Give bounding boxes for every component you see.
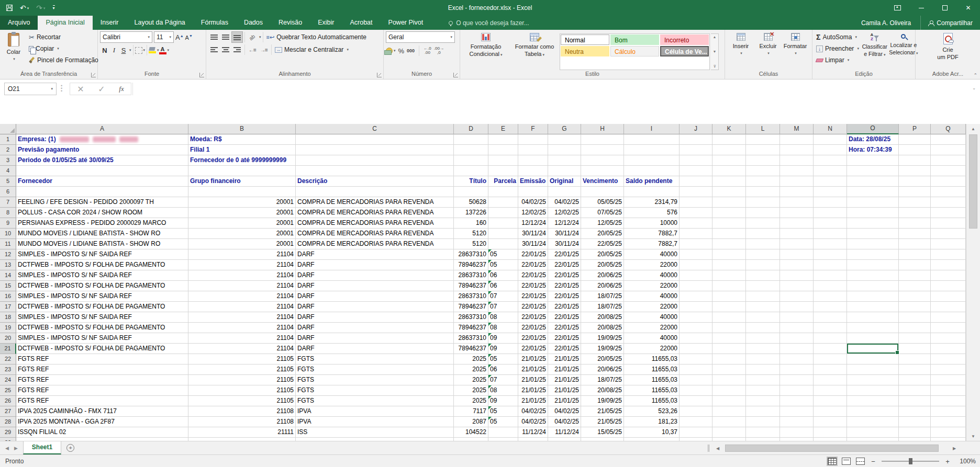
row-header-20[interactable]: 20: [0, 333, 16, 344]
cell-H27[interactable]: 21/05/25: [581, 406, 624, 417]
conditional-formatting-button[interactable]: Formatação Condicional▾: [462, 31, 509, 70]
cell-L24[interactable]: [746, 375, 780, 385]
cell-I14[interactable]: 40000: [624, 270, 680, 281]
cell-K14[interactable]: [712, 270, 746, 281]
cell-O25[interactable]: [847, 385, 899, 396]
cell-O24[interactable]: [847, 375, 899, 385]
cell-J15[interactable]: [680, 281, 712, 291]
cell-B15[interactable]: 21104: [188, 281, 296, 291]
horizontal-scroll-thumb[interactable]: [725, 445, 939, 452]
cell-N5[interactable]: [814, 176, 847, 187]
cell-I13[interactable]: 22000: [624, 260, 680, 270]
cell-F19[interactable]: 22/01/25: [518, 323, 548, 333]
cell-C13[interactable]: DARF: [296, 260, 454, 270]
cell-B21[interactable]: 21104: [188, 344, 296, 354]
cell-B25[interactable]: 21105: [188, 385, 296, 396]
cell-L20[interactable]: [746, 333, 780, 344]
cell-K10[interactable]: [712, 229, 746, 239]
cell-B5[interactable]: Grupo financeiro: [188, 176, 296, 187]
cell-Q9[interactable]: [931, 218, 966, 229]
cell-F29[interactable]: 11/12/24: [518, 427, 548, 438]
cell-B1[interactable]: Moeda: R$: [188, 134, 296, 145]
cell-L1[interactable]: [746, 134, 780, 145]
cell-J5[interactable]: [680, 176, 712, 187]
cell-H19[interactable]: 20/08/25: [581, 323, 624, 333]
cell-H4[interactable]: [581, 166, 624, 176]
cell-M7[interactable]: [780, 197, 814, 208]
row-header-14[interactable]: 14: [0, 270, 16, 281]
cell-E10[interactable]: [488, 229, 518, 239]
cell-I4[interactable]: [624, 166, 680, 176]
cell-B22[interactable]: 21105: [188, 354, 296, 365]
cell-P28[interactable]: [899, 417, 931, 427]
cell-M10[interactable]: [780, 229, 814, 239]
close-button[interactable]: ✕: [956, 0, 980, 16]
zoom-out-button[interactable]: −: [870, 458, 876, 465]
tell-me-search[interactable]: O que você deseja fazer...: [449, 16, 529, 30]
cell-P24[interactable]: [899, 375, 931, 385]
cell-A3[interactable]: Periodo de 01/05/25 até 30/09/25: [16, 155, 188, 166]
cell-D21[interactable]: 78946237: [454, 344, 488, 354]
cell-K4[interactable]: [712, 166, 746, 176]
cell-E12[interactable]: 05: [488, 249, 518, 260]
cell-J1[interactable]: [680, 134, 712, 145]
cell-B2[interactable]: Filial 1: [188, 145, 296, 155]
cell-D17[interactable]: 78946237: [454, 302, 488, 312]
cell-L14[interactable]: [746, 270, 780, 281]
cell-C10[interactable]: COMPRA DE MERCADORIAS PARA REVENDA: [296, 229, 454, 239]
cell-style-neutra[interactable]: Neutra: [561, 46, 609, 56]
cell-F18[interactable]: 22/01/25: [518, 312, 548, 323]
ribbon-tab-revisão[interactable]: Revisão: [271, 16, 310, 30]
cell-L12[interactable]: [746, 249, 780, 260]
zoom-slider-thumb[interactable]: [909, 458, 912, 464]
cell-N15[interactable]: [814, 281, 847, 291]
ribbon-tab-layout-da-página[interactable]: Layout da Página: [126, 16, 193, 30]
ribbon-tab-exibir[interactable]: Exibir: [310, 16, 342, 30]
cell-I26[interactable]: 11655,03: [624, 396, 680, 406]
cell-H11[interactable]: 22/05/25: [581, 239, 624, 249]
cell-A24[interactable]: FGTS REF: [16, 375, 188, 385]
cell-E23[interactable]: 06: [488, 365, 518, 375]
cell-Q7[interactable]: [931, 197, 966, 208]
cell-C20[interactable]: DARF: [296, 333, 454, 344]
cell-E4[interactable]: [488, 166, 518, 176]
cell-F3[interactable]: [518, 155, 548, 166]
cell-I2[interactable]: [624, 145, 680, 155]
tab-splitter[interactable]: [708, 445, 709, 452]
cell-D29[interactable]: 104522: [454, 427, 488, 438]
cell-A18[interactable]: SIMPLES - IMPOSTO S/ NF SAIDA REF: [16, 312, 188, 323]
cell-E2[interactable]: [488, 145, 518, 155]
cell-D23[interactable]: 2025: [454, 365, 488, 375]
cell-L2[interactable]: [746, 145, 780, 155]
cell-E28[interactable]: 05: [488, 417, 518, 427]
cell-P26[interactable]: [899, 396, 931, 406]
font-color-button[interactable]: A: [159, 47, 166, 54]
cell-M19[interactable]: [780, 323, 814, 333]
cell-N18[interactable]: [814, 312, 847, 323]
cell-G16[interactable]: 22/01/25: [548, 291, 581, 302]
cell-E19[interactable]: 08: [488, 323, 518, 333]
column-header-M[interactable]: M: [780, 124, 814, 134]
cell-C1[interactable]: [296, 134, 454, 145]
cell-Q18[interactable]: [931, 312, 966, 323]
cell-D10[interactable]: 5120: [454, 229, 488, 239]
cell-K6[interactable]: [712, 187, 746, 197]
cell-F20[interactable]: 22/01/25: [518, 333, 548, 344]
cell-P2[interactable]: [899, 145, 931, 155]
cell-A27[interactable]: IPVA 2025 CAMINHÃO - FMX 7117: [16, 406, 188, 417]
cell-J25[interactable]: [680, 385, 712, 396]
cell-O9[interactable]: [847, 218, 899, 229]
column-header-K[interactable]: K: [712, 124, 746, 134]
create-pdf-button[interactable]: Crie um PDF: [932, 31, 964, 70]
insert-cells-button[interactable]: Inserir ▾: [727, 31, 754, 70]
cell-Q28[interactable]: [931, 417, 966, 427]
cell-K17[interactable]: [712, 302, 746, 312]
cell-H25[interactable]: 20/08/25: [581, 385, 624, 396]
cell-G27[interactable]: 04/02/25: [548, 406, 581, 417]
cell-M25[interactable]: [780, 385, 814, 396]
cell-E14[interactable]: 06: [488, 270, 518, 281]
cell-Q10[interactable]: [931, 229, 966, 239]
cell-D16[interactable]: 28637310: [454, 291, 488, 302]
cell-B12[interactable]: 21104: [188, 249, 296, 260]
cell-O3[interactable]: [847, 155, 899, 166]
